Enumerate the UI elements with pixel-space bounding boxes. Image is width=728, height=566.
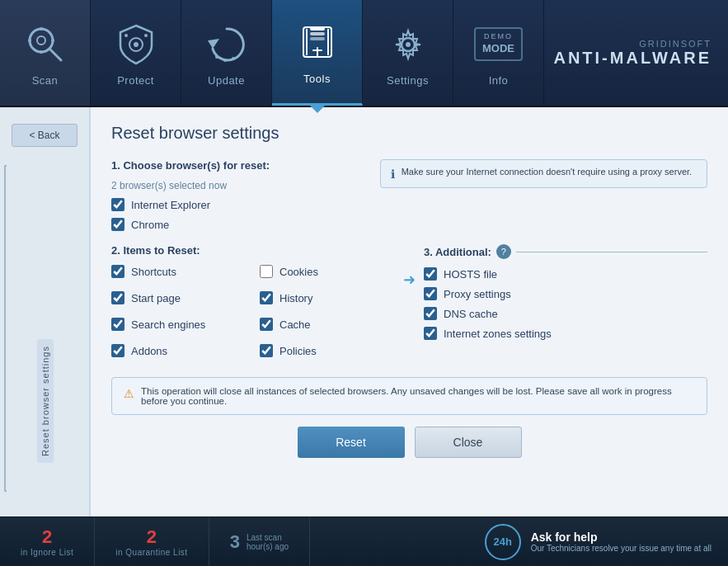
quarantine-count: 2 bbox=[147, 526, 157, 548]
demo-mode-icon: DEMO MODE bbox=[470, 20, 528, 69]
svg-point-1 bbox=[37, 36, 45, 45]
history-checkbox[interactable] bbox=[260, 291, 273, 304]
protect-icon bbox=[111, 20, 161, 69]
quarantine-label: in Quarantine List bbox=[115, 548, 187, 557]
cache-label[interactable]: Cache bbox=[279, 318, 311, 331]
addons-checkbox[interactable] bbox=[111, 344, 124, 357]
shortcuts-label[interactable]: Shortcuts bbox=[131, 266, 176, 278]
last-scan-status: 3 Last scan hour(s) ago bbox=[209, 517, 310, 566]
close-button[interactable]: Close bbox=[415, 427, 522, 458]
proxy-row: Proxy settings bbox=[424, 287, 707, 300]
chrome-checkbox[interactable] bbox=[111, 218, 124, 231]
svg-point-8 bbox=[134, 42, 139, 47]
dns-checkbox[interactable] bbox=[424, 307, 437, 320]
svg-point-10 bbox=[144, 34, 148, 37]
main-area: < Back Reset browser settings Reset brow… bbox=[0, 107, 728, 516]
ie-checkbox[interactable] bbox=[111, 198, 124, 211]
startpage-checkbox[interactable] bbox=[111, 291, 124, 304]
zones-label[interactable]: Internet zones settings bbox=[444, 328, 552, 340]
status-bar: 2 in Ignore List 2 in Quarantine List 3 … bbox=[0, 516, 728, 566]
addons-row: Addons bbox=[111, 344, 247, 357]
ignore-label: in Ignore List bbox=[21, 548, 73, 557]
additional-grid: HOSTS file Proxy settings DNS cache bbox=[424, 267, 707, 340]
policies-checkbox[interactable] bbox=[260, 344, 273, 357]
back-button[interactable]: < Back bbox=[12, 124, 77, 147]
brand: GRIDINSOFT ANTI-MALWARE bbox=[553, 0, 728, 106]
step1-label: 1. Choose browser(s) for reset: bbox=[111, 159, 364, 172]
svg-point-3 bbox=[40, 27, 43, 31]
nav-tools-label: Tools bbox=[303, 73, 331, 85]
help-sub: Our Technicians resolve your issue any t… bbox=[531, 544, 712, 553]
hosts-label[interactable]: HOSTS file bbox=[444, 268, 497, 281]
step2-label: 2. Items to Reset: bbox=[111, 244, 395, 257]
scan-text2: hour(s) ago bbox=[247, 542, 289, 551]
cache-checkbox[interactable] bbox=[260, 318, 273, 331]
page-title: Reset browser settings bbox=[111, 124, 707, 143]
nav-settings[interactable]: Settings bbox=[363, 0, 453, 106]
sidebar-vertical-label: Reset browser settings bbox=[0, 335, 91, 467]
svg-point-6 bbox=[51, 39, 54, 42]
search-checkbox[interactable] bbox=[111, 318, 124, 331]
nav-scan[interactable]: Scan bbox=[0, 0, 91, 106]
warning-text: This operation will close all instances … bbox=[141, 386, 695, 406]
help-icon[interactable]: ? bbox=[496, 244, 511, 259]
nav-update-label: Update bbox=[208, 74, 245, 87]
warning-icon: ⚠ bbox=[124, 387, 134, 400]
nav-update[interactable]: Update bbox=[181, 0, 272, 106]
search-label[interactable]: Search engines bbox=[131, 318, 205, 331]
nav-protect[interactable]: Protect bbox=[91, 0, 181, 106]
svg-point-5 bbox=[28, 39, 31, 42]
shortcuts-checkbox[interactable] bbox=[111, 265, 124, 278]
sidebar: < Back Reset browser settings bbox=[0, 107, 91, 516]
svg-point-14 bbox=[232, 57, 235, 60]
mode-label: MODE bbox=[482, 42, 514, 56]
zones-row: Internet zones settings bbox=[424, 327, 707, 340]
demo-label: DEMO bbox=[484, 32, 513, 42]
dns-row: DNS cache bbox=[424, 307, 707, 320]
quarantine-status: 2 in Quarantine List bbox=[95, 517, 209, 566]
nav-protect-label: Protect bbox=[117, 74, 154, 87]
help-badge: 24h bbox=[485, 524, 521, 560]
nav-scan-label: Scan bbox=[32, 74, 59, 87]
svg-marker-11 bbox=[208, 39, 219, 49]
warning-box: ⚠ This operation will close all instance… bbox=[111, 377, 707, 415]
ie-label[interactable]: Internet Explorer bbox=[131, 199, 210, 211]
history-label[interactable]: History bbox=[279, 292, 312, 304]
addons-label[interactable]: Addons bbox=[131, 345, 167, 357]
svg-point-24 bbox=[406, 42, 411, 47]
proxy-checkbox[interactable] bbox=[424, 287, 437, 300]
brand-main: ANTI-MALWARE bbox=[553, 49, 712, 68]
proxy-label[interactable]: Proxy settings bbox=[444, 288, 511, 300]
startpage-label[interactable]: Start page bbox=[131, 292, 181, 304]
policies-row: Policies bbox=[260, 344, 395, 357]
svg-point-12 bbox=[215, 55, 218, 59]
nav-tools[interactable]: Tools bbox=[272, 0, 363, 106]
reset-button[interactable]: Reset bbox=[298, 427, 405, 458]
scan-num: 3 bbox=[230, 531, 240, 553]
zones-checkbox[interactable] bbox=[424, 327, 437, 340]
hosts-row: HOSTS file bbox=[424, 267, 707, 281]
info-icon: ℹ bbox=[391, 167, 395, 181]
svg-rect-16 bbox=[310, 32, 325, 35]
chrome-label[interactable]: Chrome bbox=[131, 219, 169, 231]
hosts-checkbox[interactable] bbox=[424, 267, 437, 281]
settings-icon bbox=[383, 20, 433, 69]
top-navigation: Scan Protect Update bbox=[0, 0, 728, 107]
svg-point-13 bbox=[223, 59, 227, 62]
cache-row: Cache bbox=[260, 318, 395, 331]
step3-header: 3. Additional: ? bbox=[424, 244, 707, 259]
nav-info[interactable]: DEMO MODE Info bbox=[453, 0, 544, 106]
content-area: Reset browser settings 1. Choose browser… bbox=[91, 107, 728, 516]
cookies-label[interactable]: Cookies bbox=[279, 266, 318, 278]
cookies-row: Cookies bbox=[260, 265, 395, 278]
items-grid: Shortcuts Cookies Start page bbox=[111, 265, 395, 364]
cookies-checkbox[interactable] bbox=[260, 265, 273, 278]
dns-label[interactable]: DNS cache bbox=[444, 308, 498, 320]
policies-label[interactable]: Policies bbox=[279, 345, 317, 357]
step3-label: 3. Additional: bbox=[424, 246, 491, 258]
help-section[interactable]: 24h Ask for help Our Technicians resolve… bbox=[468, 517, 728, 566]
scan-text1: Last scan bbox=[247, 533, 289, 542]
history-row: History bbox=[260, 291, 395, 304]
help-text: Ask for help Our Technicians resolve you… bbox=[531, 531, 712, 553]
ie-row: Internet Explorer bbox=[111, 198, 364, 211]
